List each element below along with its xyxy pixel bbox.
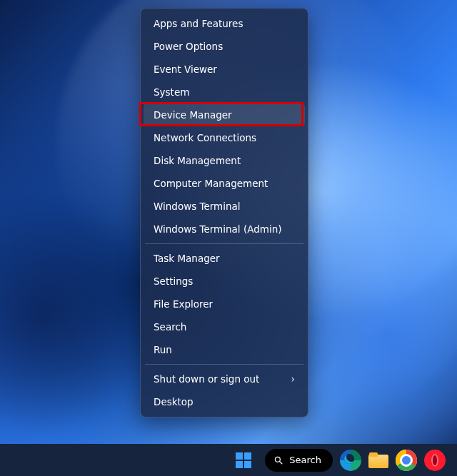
menu-item-apps-features[interactable]: Apps and Features: [144, 12, 305, 35]
menu-item-label: Shut down or sign out: [154, 373, 259, 385]
folder-icon: [368, 452, 388, 468]
menu-item-label: System: [154, 86, 189, 98]
menu-item-task-manager[interactable]: Task Manager: [144, 247, 305, 270]
menu-item-label: Event Viewer: [154, 64, 217, 75]
menu-item-label: Computer Management: [154, 178, 268, 189]
chevron-right-icon: ›: [291, 373, 295, 385]
menu-item-desktop[interactable]: Desktop: [144, 390, 305, 413]
menu-separator: [145, 364, 303, 365]
desktop-wallpaper: Apps and FeaturesPower OptionsEvent View…: [0, 0, 457, 476]
menu-item-network-connections[interactable]: Network Connections: [144, 126, 305, 149]
search-button[interactable]: Search: [265, 446, 333, 475]
menu-item-label: Search: [154, 321, 186, 333]
menu-item-run[interactable]: Run: [144, 338, 305, 361]
menu-item-computer-management[interactable]: Computer Management: [144, 172, 305, 195]
menu-item-settings[interactable]: Settings: [144, 270, 305, 293]
menu-item-file-explorer[interactable]: File Explorer: [144, 293, 305, 315]
winx-context-menu: Apps and FeaturesPower OptionsEvent View…: [140, 8, 308, 417]
menu-item-device-manager[interactable]: Device Manager: [144, 103, 305, 126]
menu-item-label: Apps and Features: [154, 18, 243, 29]
menu-item-event-viewer[interactable]: Event Viewer: [144, 58, 305, 81]
menu-item-power-options[interactable]: Power Options: [144, 35, 305, 58]
menu-item-disk-management[interactable]: Disk Management: [144, 149, 305, 172]
menu-item-label: File Explorer: [154, 298, 213, 310]
search-label: Search: [289, 455, 321, 465]
menu-separator: [145, 243, 303, 244]
file-explorer-button[interactable]: [368, 446, 388, 475]
menu-item-search[interactable]: Search: [144, 315, 305, 338]
start-button[interactable]: [229, 446, 258, 475]
menu-item-label: Windows Terminal (Admin): [154, 223, 281, 235]
menu-item-label: Network Connections: [154, 132, 256, 143]
opera-icon: [424, 450, 446, 471]
menu-item-system[interactable]: System: [144, 81, 305, 103]
menu-item-label: Windows Terminal: [154, 201, 241, 212]
svg-point-0: [276, 457, 281, 462]
taskbar: Search: [0, 444, 457, 476]
menu-item-shut-down[interactable]: Shut down or sign out›: [144, 368, 305, 390]
menu-item-label: Task Manager: [154, 253, 220, 264]
edge-browser-button[interactable]: [340, 446, 361, 475]
edge-icon: [340, 450, 361, 471]
opera-browser-button[interactable]: [424, 446, 446, 475]
menu-item-label: Desktop: [154, 396, 194, 407]
search-icon: [273, 455, 283, 465]
chrome-icon: [396, 450, 417, 471]
chrome-browser-button[interactable]: [396, 446, 417, 475]
menu-item-windows-terminal[interactable]: Windows Terminal: [144, 195, 305, 218]
menu-item-label: Disk Management: [154, 155, 241, 166]
menu-item-label: Settings: [154, 275, 193, 287]
menu-item-label: Device Manager: [154, 109, 232, 121]
menu-item-label: Power Options: [154, 41, 223, 52]
menu-item-windows-terminal-admin[interactable]: Windows Terminal (Admin): [144, 218, 305, 240]
windows-logo-icon: [236, 452, 251, 468]
svg-line-1: [280, 461, 283, 464]
menu-item-label: Run: [154, 344, 172, 355]
